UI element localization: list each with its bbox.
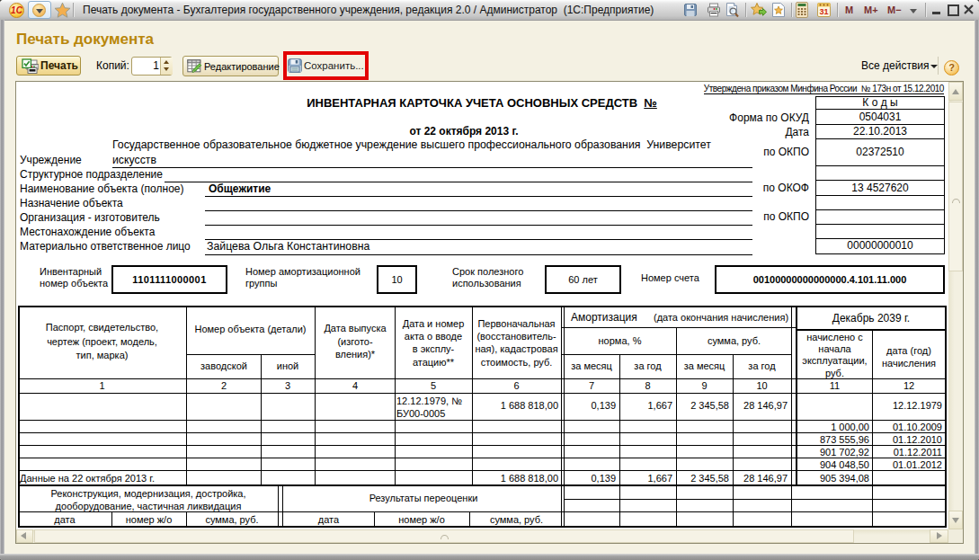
svg-text:31: 31: [819, 7, 828, 16]
